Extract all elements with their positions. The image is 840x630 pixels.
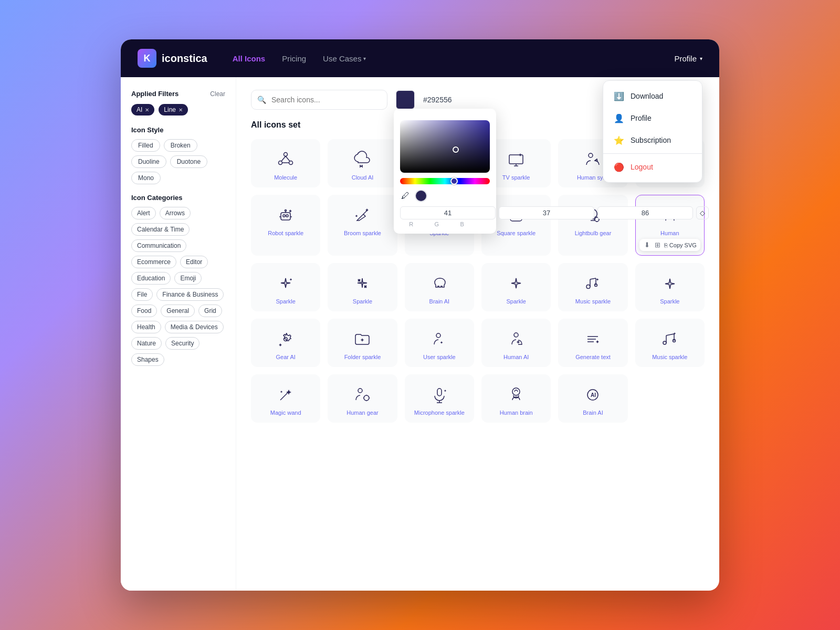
cat-health[interactable]: Health bbox=[131, 321, 161, 333]
icon-card-folder-sparkle[interactable]: Folder sparkle bbox=[328, 319, 397, 367]
download-icon: ⬇️ bbox=[614, 91, 624, 101]
icon-card-sparkle-5[interactable]: Sparkle bbox=[635, 263, 705, 311]
chevron-down-icon: ▾ bbox=[700, 56, 702, 61]
filter-tag-line[interactable]: Line ✕ bbox=[159, 104, 188, 116]
logout-icon: 🔴 bbox=[614, 162, 624, 172]
icon-card-sparkle-cross[interactable]: Sparkle bbox=[328, 263, 397, 311]
music-sparkle2-icon bbox=[659, 329, 680, 350]
nav-all-icons[interactable]: All Icons bbox=[233, 54, 266, 63]
molecule-icon bbox=[275, 149, 296, 170]
svg-point-19 bbox=[589, 153, 593, 158]
cat-security[interactable]: Security bbox=[165, 337, 200, 350]
dropdown-download[interactable]: ⬇️ Download bbox=[603, 85, 702, 107]
icon-card-human-ai[interactable]: Human AI bbox=[481, 319, 551, 367]
icon-label: Music sparkle bbox=[575, 298, 611, 304]
icon-card-microphone-sparkle[interactable]: Microphone sparkle bbox=[405, 374, 474, 423]
style-mono[interactable]: Mono bbox=[131, 172, 161, 184]
cat-communication[interactable]: Communication bbox=[131, 239, 186, 252]
icon-card-cloud-ai[interactable]: Cloud AI bbox=[328, 139, 397, 187]
style-duotone[interactable]: Duotone bbox=[170, 155, 207, 168]
nav-pricing[interactable]: Pricing bbox=[282, 54, 306, 63]
generate-text-icon bbox=[582, 329, 603, 350]
icon-card-brain-ai[interactable]: Brain AI bbox=[405, 263, 474, 311]
style-filled[interactable]: Filled bbox=[131, 139, 160, 152]
icon-card-generate-text[interactable]: Generate text bbox=[558, 319, 627, 367]
clear-filters-button[interactable]: Clear bbox=[210, 90, 225, 98]
cat-grid[interactable]: Grid bbox=[198, 304, 222, 317]
cat-calendar-time[interactable]: Calendar & Time bbox=[131, 223, 190, 236]
svg-rect-21 bbox=[281, 213, 290, 220]
cat-nature[interactable]: Nature bbox=[131, 337, 162, 350]
color-hue-thumb bbox=[450, 177, 458, 185]
cat-finance[interactable]: Finance & Business bbox=[156, 288, 224, 301]
icon-card-human-brain[interactable]: Human brain bbox=[481, 374, 551, 423]
rgb-r-input[interactable] bbox=[400, 206, 496, 219]
color-hue-bar[interactable] bbox=[400, 178, 490, 184]
svg-point-2 bbox=[289, 161, 293, 165]
icon-card-lightbulb-gear[interactable]: Lightbulb gear bbox=[558, 195, 627, 256]
cat-shapes[interactable]: Shapes bbox=[131, 353, 164, 366]
icon-card-user-sparkle[interactable]: User sparkle bbox=[405, 319, 474, 367]
human-ai-icon bbox=[506, 329, 527, 350]
cat-alert[interactable]: Alert bbox=[131, 207, 156, 219]
color-circle-swatch[interactable] bbox=[415, 190, 427, 202]
profile-button[interactable]: Profile ▾ bbox=[674, 54, 702, 63]
dropdown-logout[interactable]: 🔴 Logout bbox=[603, 156, 702, 178]
icon-card-broom-sparkle[interactable]: Broom sparkle bbox=[328, 195, 397, 256]
search-input[interactable] bbox=[251, 90, 387, 110]
icon-label: Sparkle bbox=[660, 298, 679, 304]
color-swatch-trigger[interactable] bbox=[396, 90, 415, 109]
chevron-down-icon: ▾ bbox=[363, 56, 366, 61]
cat-food[interactable]: Food bbox=[131, 304, 157, 317]
rgb-mode-button[interactable]: ◇ bbox=[696, 206, 709, 219]
color-gradient-area[interactable] bbox=[400, 120, 490, 173]
rgb-b-input[interactable] bbox=[597, 206, 693, 219]
icon-label: Human gear bbox=[346, 410, 379, 416]
style-broken[interactable]: Broken bbox=[164, 139, 197, 152]
nav-use-cases[interactable]: Use Cases ▾ bbox=[323, 54, 366, 63]
cloud-ai-icon bbox=[352, 149, 373, 170]
dropdown-subscription[interactable]: ⭐ Subscription bbox=[603, 129, 702, 151]
profile-dropdown: ⬇️ Download 👤 Profile ⭐ Subscription 🔴 L… bbox=[603, 80, 702, 183]
cat-general[interactable]: General bbox=[161, 304, 195, 317]
subscription-icon: ⭐ bbox=[614, 135, 624, 145]
human-sync-icon bbox=[582, 149, 603, 170]
style-duoline[interactable]: Duoline bbox=[131, 155, 166, 168]
dropdown-divider bbox=[603, 153, 702, 154]
cat-emoji[interactable]: Emoji bbox=[174, 272, 202, 285]
svg-rect-52 bbox=[437, 388, 442, 396]
icon-card-sparkle-3[interactable]: Sparkle bbox=[481, 263, 551, 311]
filter-tag-ai[interactable]: AI ✕ bbox=[131, 104, 154, 116]
icon-label: Human bbox=[660, 230, 679, 236]
icon-card-music-sparkle2[interactable]: Music sparkle bbox=[635, 319, 705, 367]
icon-card-human-gear[interactable]: Human gear bbox=[328, 374, 397, 423]
icon-card-molecule[interactable]: Molecule bbox=[251, 139, 320, 187]
icon-card-brain-ai2[interactable]: AI Brain AI bbox=[558, 374, 627, 423]
nav-links: All Icons Pricing Use Cases ▾ bbox=[233, 54, 366, 63]
eyedropper-button[interactable]: 🖊 bbox=[400, 190, 411, 202]
dropdown-profile[interactable]: 👤 Profile bbox=[603, 107, 702, 129]
app-window: K iconstica All Icons Pricing Use Cases … bbox=[121, 39, 719, 591]
svg-point-42 bbox=[436, 333, 440, 338]
cat-ecommerce[interactable]: Ecommerce bbox=[131, 256, 176, 268]
cat-media-devices[interactable]: Media & Devices bbox=[165, 321, 224, 333]
cat-file[interactable]: File bbox=[131, 288, 153, 301]
icon-card-magic-wand2[interactable]: Magic wand bbox=[251, 374, 320, 423]
icon-card-human[interactable]: Human ⬇ ⊞ ⎘ Copy SVG bbox=[635, 195, 705, 256]
filter-tags: AI ✕ Line ✕ bbox=[131, 104, 225, 116]
copy-icon-btn[interactable]: ⊞ bbox=[654, 240, 662, 249]
icon-label: Human AI bbox=[503, 354, 529, 360]
cat-education[interactable]: Education bbox=[131, 272, 171, 285]
color-picker-popup: 🖊 ◇ R G B bbox=[394, 109, 496, 234]
rgb-labels-row: R G B bbox=[400, 221, 490, 227]
download-icon-btn[interactable]: ⬇ bbox=[643, 240, 651, 249]
rgb-g-input[interactable] bbox=[499, 206, 594, 219]
icon-card-robot-sparkle[interactable]: Robot sparkle bbox=[251, 195, 320, 256]
copy-svg-button[interactable]: ⎘ Copy SVG bbox=[664, 242, 697, 248]
cat-editor[interactable]: Editor bbox=[180, 256, 208, 268]
cat-arrows[interactable]: Arrows bbox=[160, 207, 191, 219]
robot-sparkle-icon bbox=[275, 205, 296, 226]
icon-card-sparkle-2[interactable]: Sparkle bbox=[251, 263, 320, 311]
icon-card-gear-ai[interactable]: Gear AI bbox=[251, 319, 320, 367]
icon-card-music-sparkle[interactable]: Music sparkle bbox=[558, 263, 627, 311]
